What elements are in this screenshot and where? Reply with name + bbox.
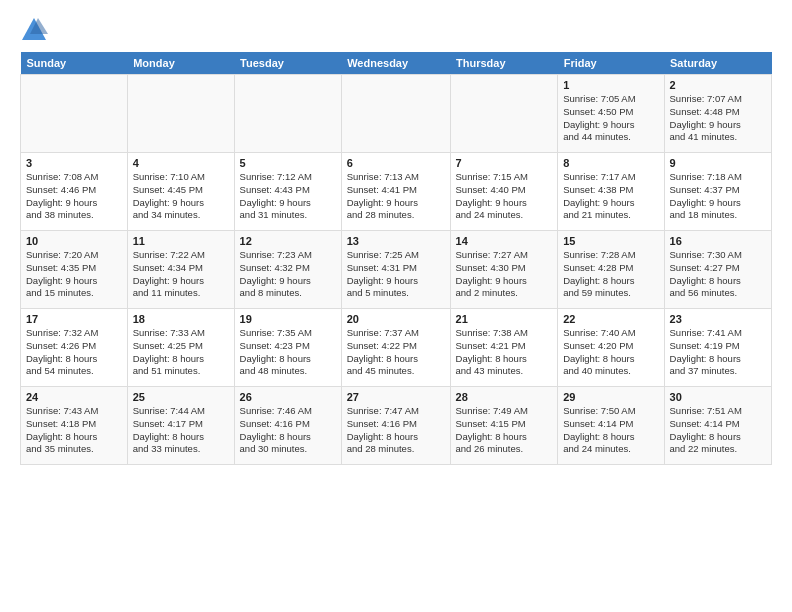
calendar-cell: 7Sunrise: 7:15 AM Sunset: 4:40 PM Daylig… xyxy=(450,153,558,231)
calendar-cell xyxy=(127,75,234,153)
day-info: Sunrise: 7:07 AM Sunset: 4:48 PM Dayligh… xyxy=(670,93,766,144)
day-number: 30 xyxy=(670,391,766,403)
calendar-header-friday: Friday xyxy=(558,52,664,75)
day-info: Sunrise: 7:25 AM Sunset: 4:31 PM Dayligh… xyxy=(347,249,445,300)
day-info: Sunrise: 7:46 AM Sunset: 4:16 PM Dayligh… xyxy=(240,405,336,456)
day-number: 26 xyxy=(240,391,336,403)
calendar-cell xyxy=(341,75,450,153)
calendar-cell: 26Sunrise: 7:46 AM Sunset: 4:16 PM Dayli… xyxy=(234,387,341,465)
day-number: 15 xyxy=(563,235,658,247)
calendar-cell: 29Sunrise: 7:50 AM Sunset: 4:14 PM Dayli… xyxy=(558,387,664,465)
day-info: Sunrise: 7:17 AM Sunset: 4:38 PM Dayligh… xyxy=(563,171,658,222)
calendar-cell: 4Sunrise: 7:10 AM Sunset: 4:45 PM Daylig… xyxy=(127,153,234,231)
calendar-table: SundayMondayTuesdayWednesdayThursdayFrid… xyxy=(20,52,772,465)
day-number: 12 xyxy=(240,235,336,247)
calendar-cell: 30Sunrise: 7:51 AM Sunset: 4:14 PM Dayli… xyxy=(664,387,771,465)
day-number: 7 xyxy=(456,157,553,169)
calendar-cell: 2Sunrise: 7:07 AM Sunset: 4:48 PM Daylig… xyxy=(664,75,771,153)
calendar-cell: 19Sunrise: 7:35 AM Sunset: 4:23 PM Dayli… xyxy=(234,309,341,387)
calendar-cell: 17Sunrise: 7:32 AM Sunset: 4:26 PM Dayli… xyxy=(21,309,128,387)
day-info: Sunrise: 7:08 AM Sunset: 4:46 PM Dayligh… xyxy=(26,171,122,222)
calendar-cell: 25Sunrise: 7:44 AM Sunset: 4:17 PM Dayli… xyxy=(127,387,234,465)
calendar-header-tuesday: Tuesday xyxy=(234,52,341,75)
calendar-week-2: 3Sunrise: 7:08 AM Sunset: 4:46 PM Daylig… xyxy=(21,153,772,231)
day-info: Sunrise: 7:22 AM Sunset: 4:34 PM Dayligh… xyxy=(133,249,229,300)
calendar-cell xyxy=(450,75,558,153)
logo xyxy=(20,16,52,44)
day-info: Sunrise: 7:15 AM Sunset: 4:40 PM Dayligh… xyxy=(456,171,553,222)
day-info: Sunrise: 7:33 AM Sunset: 4:25 PM Dayligh… xyxy=(133,327,229,378)
day-number: 5 xyxy=(240,157,336,169)
day-number: 3 xyxy=(26,157,122,169)
day-number: 22 xyxy=(563,313,658,325)
calendar-cell: 12Sunrise: 7:23 AM Sunset: 4:32 PM Dayli… xyxy=(234,231,341,309)
day-number: 19 xyxy=(240,313,336,325)
day-info: Sunrise: 7:43 AM Sunset: 4:18 PM Dayligh… xyxy=(26,405,122,456)
calendar-cell: 15Sunrise: 7:28 AM Sunset: 4:28 PM Dayli… xyxy=(558,231,664,309)
day-number: 6 xyxy=(347,157,445,169)
day-number: 8 xyxy=(563,157,658,169)
day-number: 4 xyxy=(133,157,229,169)
day-number: 23 xyxy=(670,313,766,325)
day-info: Sunrise: 7:18 AM Sunset: 4:37 PM Dayligh… xyxy=(670,171,766,222)
day-info: Sunrise: 7:44 AM Sunset: 4:17 PM Dayligh… xyxy=(133,405,229,456)
calendar-cell: 22Sunrise: 7:40 AM Sunset: 4:20 PM Dayli… xyxy=(558,309,664,387)
calendar-header-monday: Monday xyxy=(127,52,234,75)
day-number: 20 xyxy=(347,313,445,325)
day-info: Sunrise: 7:30 AM Sunset: 4:27 PM Dayligh… xyxy=(670,249,766,300)
day-info: Sunrise: 7:38 AM Sunset: 4:21 PM Dayligh… xyxy=(456,327,553,378)
day-number: 18 xyxy=(133,313,229,325)
calendar-cell xyxy=(234,75,341,153)
day-info: Sunrise: 7:32 AM Sunset: 4:26 PM Dayligh… xyxy=(26,327,122,378)
day-info: Sunrise: 7:28 AM Sunset: 4:28 PM Dayligh… xyxy=(563,249,658,300)
calendar-week-1: 1Sunrise: 7:05 AM Sunset: 4:50 PM Daylig… xyxy=(21,75,772,153)
day-info: Sunrise: 7:13 AM Sunset: 4:41 PM Dayligh… xyxy=(347,171,445,222)
day-number: 25 xyxy=(133,391,229,403)
calendar-cell: 28Sunrise: 7:49 AM Sunset: 4:15 PM Dayli… xyxy=(450,387,558,465)
day-info: Sunrise: 7:41 AM Sunset: 4:19 PM Dayligh… xyxy=(670,327,766,378)
header xyxy=(20,16,772,44)
calendar-header-row: SundayMondayTuesdayWednesdayThursdayFrid… xyxy=(21,52,772,75)
day-number: 11 xyxy=(133,235,229,247)
calendar-header-thursday: Thursday xyxy=(450,52,558,75)
calendar-week-4: 17Sunrise: 7:32 AM Sunset: 4:26 PM Dayli… xyxy=(21,309,772,387)
day-info: Sunrise: 7:05 AM Sunset: 4:50 PM Dayligh… xyxy=(563,93,658,144)
calendar-cell: 13Sunrise: 7:25 AM Sunset: 4:31 PM Dayli… xyxy=(341,231,450,309)
day-number: 13 xyxy=(347,235,445,247)
day-info: Sunrise: 7:37 AM Sunset: 4:22 PM Dayligh… xyxy=(347,327,445,378)
calendar-cell: 18Sunrise: 7:33 AM Sunset: 4:25 PM Dayli… xyxy=(127,309,234,387)
day-number: 17 xyxy=(26,313,122,325)
day-info: Sunrise: 7:20 AM Sunset: 4:35 PM Dayligh… xyxy=(26,249,122,300)
calendar-cell: 20Sunrise: 7:37 AM Sunset: 4:22 PM Dayli… xyxy=(341,309,450,387)
day-info: Sunrise: 7:35 AM Sunset: 4:23 PM Dayligh… xyxy=(240,327,336,378)
calendar-header-saturday: Saturday xyxy=(664,52,771,75)
calendar-cell: 23Sunrise: 7:41 AM Sunset: 4:19 PM Dayli… xyxy=(664,309,771,387)
day-number: 9 xyxy=(670,157,766,169)
day-number: 16 xyxy=(670,235,766,247)
day-number: 29 xyxy=(563,391,658,403)
calendar-cell: 1Sunrise: 7:05 AM Sunset: 4:50 PM Daylig… xyxy=(558,75,664,153)
calendar-cell: 6Sunrise: 7:13 AM Sunset: 4:41 PM Daylig… xyxy=(341,153,450,231)
day-info: Sunrise: 7:10 AM Sunset: 4:45 PM Dayligh… xyxy=(133,171,229,222)
calendar-cell: 21Sunrise: 7:38 AM Sunset: 4:21 PM Dayli… xyxy=(450,309,558,387)
calendar-cell: 5Sunrise: 7:12 AM Sunset: 4:43 PM Daylig… xyxy=(234,153,341,231)
calendar-week-3: 10Sunrise: 7:20 AM Sunset: 4:35 PM Dayli… xyxy=(21,231,772,309)
day-number: 14 xyxy=(456,235,553,247)
calendar-cell: 24Sunrise: 7:43 AM Sunset: 4:18 PM Dayli… xyxy=(21,387,128,465)
day-info: Sunrise: 7:47 AM Sunset: 4:16 PM Dayligh… xyxy=(347,405,445,456)
calendar-cell: 8Sunrise: 7:17 AM Sunset: 4:38 PM Daylig… xyxy=(558,153,664,231)
logo-icon xyxy=(20,16,48,44)
page: SundayMondayTuesdayWednesdayThursdayFrid… xyxy=(0,0,792,612)
day-info: Sunrise: 7:27 AM Sunset: 4:30 PM Dayligh… xyxy=(456,249,553,300)
day-info: Sunrise: 7:49 AM Sunset: 4:15 PM Dayligh… xyxy=(456,405,553,456)
calendar-cell: 10Sunrise: 7:20 AM Sunset: 4:35 PM Dayli… xyxy=(21,231,128,309)
day-number: 24 xyxy=(26,391,122,403)
day-number: 10 xyxy=(26,235,122,247)
calendar-header-sunday: Sunday xyxy=(21,52,128,75)
day-number: 27 xyxy=(347,391,445,403)
calendar-cell: 27Sunrise: 7:47 AM Sunset: 4:16 PM Dayli… xyxy=(341,387,450,465)
day-info: Sunrise: 7:12 AM Sunset: 4:43 PM Dayligh… xyxy=(240,171,336,222)
day-number: 2 xyxy=(670,79,766,91)
day-info: Sunrise: 7:50 AM Sunset: 4:14 PM Dayligh… xyxy=(563,405,658,456)
calendar-week-5: 24Sunrise: 7:43 AM Sunset: 4:18 PM Dayli… xyxy=(21,387,772,465)
